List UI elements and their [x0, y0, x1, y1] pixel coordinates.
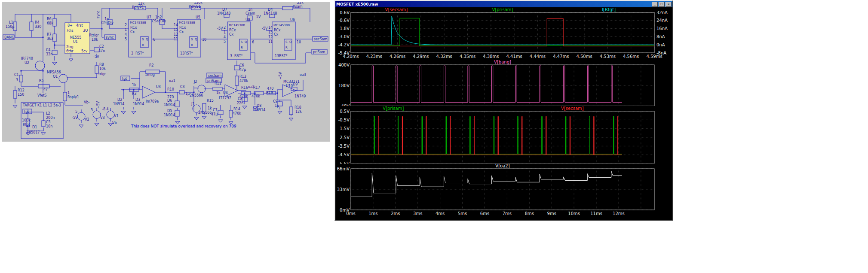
- pin-number: 13: [275, 54, 279, 58]
- schematic-label: U10: [286, 84, 293, 88]
- close-button[interactable]: ×: [666, 2, 672, 7]
- legend-V[prisam]: V[prisam]: [492, 7, 513, 12]
- schematic-label: RST*: [234, 54, 243, 58]
- x-tick-label: 4.53ms: [600, 54, 616, 59]
- schematic-label: 4rst: [76, 24, 83, 27]
- schematic-label: 2N5566: [190, 94, 203, 97]
- schematic-panel[interactable]: U7MC14538BRCxCxSQRRST*214536U5MC14538BRC…: [2, 2, 330, 142]
- schematic-label: Cx: [274, 33, 279, 36]
- schematic-label: VfetS: [37, 94, 46, 97]
- schematic-label: S: [241, 40, 243, 44]
- schematic-label: 6thr: [66, 49, 74, 53]
- schematic-label: 47μ: [211, 112, 218, 116]
- ground-symbol: [41, 133, 46, 135]
- schematic-label: RdlyS1: [189, 5, 201, 9]
- schematic-label: R16: [241, 86, 248, 90]
- transistor-symbol: [35, 61, 45, 70]
- y-tick-label: 400V: [338, 63, 350, 67]
- window-titlebar[interactable]: MOSFET xE500.raw _ □ ×: [335, 1, 672, 7]
- net-label-text: tgt: [122, 77, 127, 81]
- schematic-label: RCx: [179, 26, 186, 30]
- legend-V[bang]: V[bang]: [494, 60, 511, 64]
- waveform-window: MOSFET xE500.raw _ □ × 0.6V-0.6V-1.8V-3.…: [334, 0, 673, 221]
- ground-symbol: [121, 111, 126, 114]
- component-body: [95, 66, 98, 73]
- pin-number: 15: [268, 30, 273, 34]
- x-tick-label: 9ms: [547, 211, 556, 216]
- schematic-label: 1N914: [164, 103, 175, 107]
- x-tick-label: 11ms: [590, 211, 602, 216]
- schematic-label: C1: [14, 73, 19, 77]
- schematic-label: IRF740: [21, 57, 33, 61]
- schematic-label: Rsam: [293, 5, 303, 9]
- schematic-label: 5: [75, 110, 77, 114]
- pin-number: 2: [125, 23, 127, 27]
- wire-junction: [133, 89, 135, 91]
- component-body: [53, 34, 56, 42]
- schematic-label: Cx: [179, 30, 184, 34]
- plot-area[interactable]: 0.6V-0.6V-1.8V-3.0V-4.2V-5.4V32nA24nA16n…: [335, 7, 672, 220]
- schematic-label: L1: [9, 21, 13, 24]
- schematic-label: S: [142, 38, 144, 41]
- chip-ref: U8: [245, 18, 250, 22]
- schematic-label: 47n: [98, 49, 105, 53]
- schematic-label: 1N5817: [26, 130, 40, 134]
- schematic-label: D7: [222, 8, 227, 12]
- component-body: [234, 66, 239, 70]
- schematic-label: trigr: [98, 72, 106, 76]
- y-tick-label: -0.5V: [338, 118, 350, 122]
- schematic-label: S: [285, 40, 288, 44]
- schematic-label: 470k: [252, 94, 260, 98]
- y2-tick-label: 24nA: [656, 18, 668, 23]
- x-tick-label: 4.41ms: [506, 54, 522, 59]
- minimize-button[interactable]: _: [652, 2, 658, 7]
- trace-V[bang]: [351, 66, 622, 102]
- y-tick-label: -2.5V: [338, 135, 350, 140]
- trace-V[prisam]: [351, 18, 654, 46]
- net-label-text: tgt: [24, 110, 29, 114]
- schematic-label: 2N5566: [198, 111, 212, 115]
- schematic-label: C6: [239, 64, 244, 67]
- schematic-label: 47μ: [239, 68, 246, 72]
- plot-pane-4[interactable]: 66mV33mV0mV0ms1ms2ms3ms4ms5ms6ms7ms8ms9m…: [335, 164, 672, 219]
- x-tick-label: 4.23ms: [366, 54, 382, 59]
- wire-junction: [255, 93, 256, 94]
- schematic-label: -5V: [217, 27, 223, 30]
- schematic-label: U2: [25, 61, 29, 65]
- y2-tick-label: 32nA: [656, 10, 668, 15]
- pin-number: 10: [297, 40, 301, 44]
- schematic-label: 5cv: [81, 49, 87, 53]
- schematic-label: -5V: [255, 15, 261, 19]
- schematic-label: U3: [156, 85, 161, 89]
- plot-pane-2[interactable]: 400V180V-40VV[bang]: [335, 60, 672, 106]
- schematic-label: 47: [43, 88, 48, 91]
- schematic-label: 100k: [22, 118, 31, 122]
- legend-V[prisam]: V[prisam]: [383, 106, 404, 111]
- schematic-label: 22n: [237, 101, 243, 105]
- y-tick-label: -4.2V: [338, 42, 350, 47]
- plot-pane-3[interactable]: 0.5V-0.5V-1.5V-2.5V-3.5V-4.5V-5.5VV[pris…: [335, 106, 672, 164]
- schematic-label: 150μ: [6, 25, 14, 29]
- pin-number: 5: [224, 40, 226, 44]
- maxim ize-button[interactable]: □: [659, 2, 665, 7]
- trace-V[oa2]: [351, 171, 622, 197]
- schematic-label: 1N914: [113, 102, 124, 106]
- plot-pane-1[interactable]: 0.6V-0.6V-1.8V-3.0V-4.2V-5.4V32nA24nA16n…: [335, 7, 672, 60]
- schematic-label: D4: [268, 8, 273, 12]
- schematic-label: 12k: [295, 110, 302, 114]
- wire-junction: [43, 37, 44, 38]
- schematic-label: 68k: [47, 21, 53, 25]
- schematic-label: 470: [267, 87, 273, 91]
- x-tick-label: 4.26ms: [390, 54, 405, 59]
- x-tick-label: 4ms: [436, 211, 445, 216]
- schematic-label: -5V: [72, 116, 78, 120]
- y-tick-label: -4.5V: [338, 152, 350, 157]
- x-tick-label: 4.47ms: [553, 54, 569, 59]
- component-body: [282, 6, 293, 10]
- voltage-source-symbol: [77, 112, 85, 120]
- schematic-label: 10n: [46, 124, 52, 128]
- schematic-label: R5: [39, 79, 44, 83]
- schematic-label: R15: [207, 99, 214, 103]
- ground-symbol: [95, 123, 99, 126]
- schematic-label: D9: [293, 82, 298, 86]
